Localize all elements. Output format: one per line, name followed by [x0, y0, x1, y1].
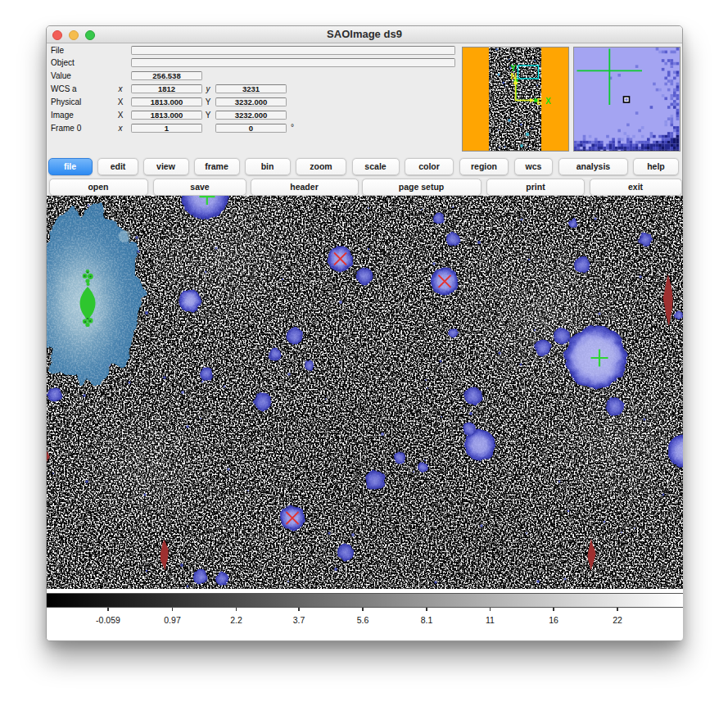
svg-text:E: E — [537, 97, 543, 106]
svg-text:N: N — [511, 72, 517, 81]
svg-text:X: X — [545, 97, 551, 106]
